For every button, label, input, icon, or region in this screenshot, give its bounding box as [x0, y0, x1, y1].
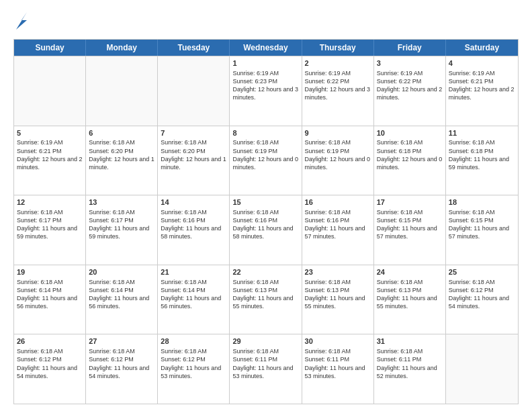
calendar-week-row: 19Sunrise: 6:18 AMSunset: 6:14 PMDayligh… [14, 265, 518, 334]
calendar-header-row: SundayMondayTuesdayWednesdayThursdayFrid… [14, 40, 518, 56]
day-info: Sunrise: 6:18 AMSunset: 6:11 PMDaylight:… [232, 347, 298, 380]
day-info: Sunrise: 6:18 AMSunset: 6:18 PMDaylight:… [449, 138, 515, 171]
day-info: Sunrise: 6:18 AMSunset: 6:13 PMDaylight:… [377, 278, 443, 311]
day-number: 3 [377, 58, 443, 68]
day-info: Sunrise: 6:18 AMSunset: 6:15 PMDaylight:… [449, 208, 515, 241]
calendar-cell: 25Sunrise: 6:18 AMSunset: 6:12 PMDayligh… [446, 265, 518, 334]
logo [13, 11, 28, 32]
calendar-cell: 12Sunrise: 6:18 AMSunset: 6:17 PMDayligh… [14, 195, 86, 265]
day-info: Sunrise: 6:18 AMSunset: 6:12 PMDaylight:… [161, 347, 226, 380]
calendar-cell: 14Sunrise: 6:18 AMSunset: 6:16 PMDayligh… [158, 195, 230, 265]
day-number: 21 [161, 267, 226, 277]
day-info: Sunrise: 6:18 AMSunset: 6:16 PMDaylight:… [161, 208, 226, 241]
day-info: Sunrise: 6:18 AMSunset: 6:13 PMDaylight:… [232, 278, 298, 311]
day-number: 12 [17, 197, 83, 208]
calendar-week-row: 26Sunrise: 6:18 AMSunset: 6:12 PMDayligh… [14, 334, 518, 404]
day-number: 15 [232, 197, 298, 208]
calendar-cell: 15Sunrise: 6:18 AMSunset: 6:16 PMDayligh… [230, 195, 302, 265]
weekday-header: Monday [86, 40, 158, 56]
day-info: Sunrise: 6:19 AMSunset: 6:23 PMDaylight:… [232, 69, 298, 102]
day-number: 4 [449, 58, 515, 68]
calendar-cell [14, 56, 86, 126]
day-number: 16 [305, 197, 371, 208]
logo-icon [15, 11, 28, 31]
day-info: Sunrise: 6:19 AMSunset: 6:21 PMDaylight:… [17, 138, 83, 171]
day-info: Sunrise: 6:18 AMSunset: 6:11 PMDaylight:… [377, 347, 443, 380]
day-info: Sunrise: 6:19 AMSunset: 6:21 PMDaylight:… [449, 69, 515, 102]
day-number: 23 [305, 267, 371, 277]
calendar-body: 1Sunrise: 6:19 AMSunset: 6:23 PMDaylight… [14, 56, 518, 404]
calendar-cell: 8Sunrise: 6:18 AMSunset: 6:19 PMDaylight… [230, 126, 302, 195]
day-number: 20 [89, 267, 154, 277]
day-number: 28 [161, 336, 226, 347]
day-number: 9 [305, 128, 371, 138]
calendar-cell: 24Sunrise: 6:18 AMSunset: 6:13 PMDayligh… [374, 265, 446, 334]
day-info: Sunrise: 6:18 AMSunset: 6:14 PMDaylight:… [89, 278, 154, 311]
day-info: Sunrise: 6:18 AMSunset: 6:12 PMDaylight:… [449, 278, 515, 311]
page: SundayMondayTuesdayWednesdayThursdayFrid… [0, 0, 532, 411]
day-info: Sunrise: 6:19 AMSunset: 6:22 PMDaylight:… [377, 69, 443, 102]
calendar-cell: 5Sunrise: 6:19 AMSunset: 6:21 PMDaylight… [14, 126, 86, 195]
day-number: 25 [449, 267, 515, 277]
calendar-cell: 13Sunrise: 6:18 AMSunset: 6:17 PMDayligh… [86, 195, 158, 265]
calendar-week-row: 5Sunrise: 6:19 AMSunset: 6:21 PMDaylight… [14, 126, 518, 195]
calendar-cell: 26Sunrise: 6:18 AMSunset: 6:12 PMDayligh… [14, 334, 86, 404]
day-number: 6 [89, 128, 154, 138]
day-info: Sunrise: 6:18 AMSunset: 6:13 PMDaylight:… [305, 278, 371, 311]
day-number: 24 [377, 267, 443, 277]
day-number: 29 [232, 336, 298, 347]
day-number: 2 [305, 58, 371, 68]
day-info: Sunrise: 6:18 AMSunset: 6:19 PMDaylight:… [232, 138, 298, 171]
calendar-cell: 9Sunrise: 6:18 AMSunset: 6:19 PMDaylight… [302, 126, 374, 195]
day-info: Sunrise: 6:18 AMSunset: 6:12 PMDaylight:… [89, 347, 154, 380]
calendar-cell: 11Sunrise: 6:18 AMSunset: 6:18 PMDayligh… [446, 126, 518, 195]
day-info: Sunrise: 6:18 AMSunset: 6:20 PMDaylight:… [161, 138, 226, 171]
day-number: 17 [377, 197, 443, 208]
calendar-cell: 22Sunrise: 6:18 AMSunset: 6:13 PMDayligh… [230, 265, 302, 334]
calendar-cell [86, 56, 158, 126]
day-info: Sunrise: 6:18 AMSunset: 6:14 PMDaylight:… [161, 278, 226, 311]
day-number: 13 [89, 197, 154, 208]
calendar-cell: 31Sunrise: 6:18 AMSunset: 6:11 PMDayligh… [374, 334, 446, 404]
day-number: 26 [17, 336, 83, 347]
weekday-header: Sunday [14, 40, 86, 56]
header [13, 11, 519, 32]
day-number: 5 [17, 128, 83, 138]
weekday-header: Wednesday [230, 40, 302, 56]
day-info: Sunrise: 6:18 AMSunset: 6:14 PMDaylight:… [17, 278, 83, 311]
calendar-cell [446, 334, 518, 404]
calendar-cell: 20Sunrise: 6:18 AMSunset: 6:14 PMDayligh… [86, 265, 158, 334]
calendar-cell: 1Sunrise: 6:19 AMSunset: 6:23 PMDaylight… [230, 56, 302, 126]
calendar-cell: 6Sunrise: 6:18 AMSunset: 6:20 PMDaylight… [86, 126, 158, 195]
calendar-cell: 19Sunrise: 6:18 AMSunset: 6:14 PMDayligh… [14, 265, 86, 334]
calendar-cell: 16Sunrise: 6:18 AMSunset: 6:16 PMDayligh… [302, 195, 374, 265]
svg-marker-0 [16, 12, 27, 30]
day-number: 14 [161, 197, 226, 208]
day-number: 10 [377, 128, 443, 138]
day-info: Sunrise: 6:18 AMSunset: 6:20 PMDaylight:… [89, 138, 154, 171]
day-number: 27 [89, 336, 154, 347]
calendar-week-row: 12Sunrise: 6:18 AMSunset: 6:17 PMDayligh… [14, 195, 518, 265]
calendar-cell: 3Sunrise: 6:19 AMSunset: 6:22 PMDaylight… [374, 56, 446, 126]
calendar-cell: 2Sunrise: 6:19 AMSunset: 6:22 PMDaylight… [302, 56, 374, 126]
weekday-header: Tuesday [158, 40, 230, 56]
calendar-week-row: 1Sunrise: 6:19 AMSunset: 6:23 PMDaylight… [14, 56, 518, 126]
day-number: 31 [377, 336, 443, 347]
calendar-cell: 18Sunrise: 6:18 AMSunset: 6:15 PMDayligh… [446, 195, 518, 265]
day-info: Sunrise: 6:18 AMSunset: 6:17 PMDaylight:… [17, 208, 83, 241]
calendar-cell: 27Sunrise: 6:18 AMSunset: 6:12 PMDayligh… [86, 334, 158, 404]
day-info: Sunrise: 6:18 AMSunset: 6:11 PMDaylight:… [305, 347, 371, 380]
calendar-cell: 7Sunrise: 6:18 AMSunset: 6:20 PMDaylight… [158, 126, 230, 195]
calendar-cell: 23Sunrise: 6:18 AMSunset: 6:13 PMDayligh… [302, 265, 374, 334]
calendar-cell: 4Sunrise: 6:19 AMSunset: 6:21 PMDaylight… [446, 56, 518, 126]
day-info: Sunrise: 6:18 AMSunset: 6:16 PMDaylight:… [232, 208, 298, 241]
calendar-cell [158, 56, 230, 126]
weekday-header: Thursday [302, 40, 374, 56]
calendar-cell: 17Sunrise: 6:18 AMSunset: 6:15 PMDayligh… [374, 195, 446, 265]
day-number: 1 [232, 58, 298, 68]
weekday-header: Saturday [446, 40, 518, 56]
day-info: Sunrise: 6:18 AMSunset: 6:16 PMDaylight:… [305, 208, 371, 241]
day-number: 19 [17, 267, 83, 277]
day-number: 11 [449, 128, 515, 138]
day-number: 7 [161, 128, 226, 138]
